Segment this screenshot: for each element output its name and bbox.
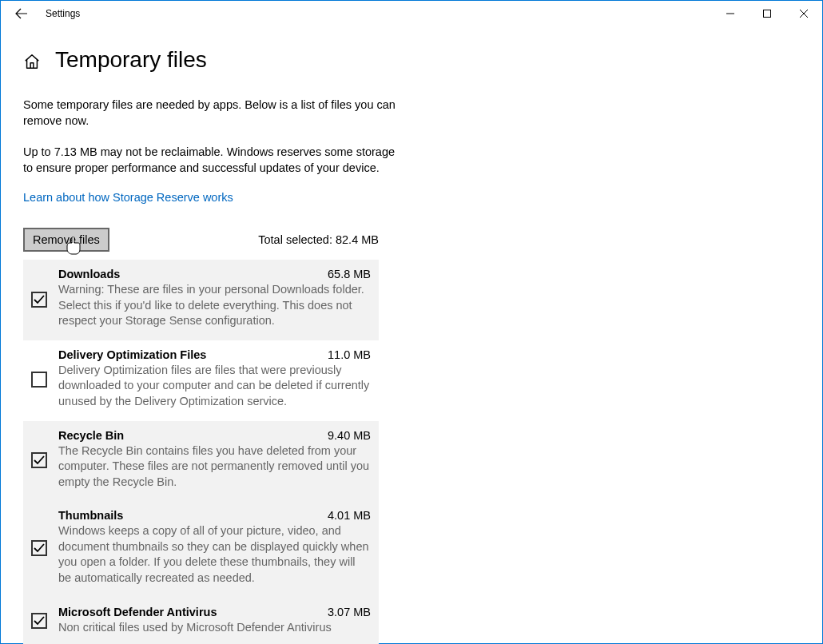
- minimize-icon: [726, 10, 734, 18]
- intro-section: Some temporary files are needed by apps.…: [23, 97, 399, 228]
- action-row: Remove files Total selected: 82.4 MB: [23, 228, 379, 252]
- close-button[interactable]: [785, 1, 822, 26]
- page-title: Temporary files: [55, 47, 207, 73]
- temp-files-list: Downloads65.8 MBWarning: These are files…: [23, 260, 379, 644]
- item-body: Thumbnails4.01 MBWindows keeps a copy of…: [58, 509, 371, 586]
- maximize-button[interactable]: [749, 1, 785, 26]
- checkbox[interactable]: [31, 613, 47, 629]
- home-icon[interactable]: [23, 53, 41, 70]
- item-size: 11.0 MB: [328, 348, 371, 361]
- item-body: Downloads65.8 MBWarning: These are files…: [58, 268, 371, 329]
- item-name: Downloads: [58, 268, 120, 280]
- item-size: 9.40 MB: [328, 429, 371, 442]
- titlebar: Settings: [1, 1, 822, 26]
- settings-window: Settings Temporary files Some temporary …: [0, 0, 823, 644]
- item-size: 65.8 MB: [328, 268, 371, 280]
- maximize-icon: [763, 10, 771, 18]
- intro-text-1: Some temporary files are needed by apps.…: [23, 97, 399, 129]
- item-name: Recycle Bin: [58, 429, 124, 442]
- item-name: Thumbnails: [58, 509, 123, 522]
- item-name: Microsoft Defender Antivirus: [58, 606, 217, 618]
- total-selected: Total selected: 82.4 MB: [258, 233, 379, 246]
- check-icon: [34, 455, 45, 465]
- page-header: Temporary files: [23, 47, 822, 73]
- list-item[interactable]: Thumbnails4.01 MBWindows keeps a copy of…: [23, 501, 379, 597]
- back-arrow-icon: [15, 7, 28, 20]
- list-item[interactable]: Microsoft Defender Antivirus3.07 MBNon c…: [23, 598, 379, 645]
- intro-text-2: Up to 7.13 MB may not be reclaimable. Wi…: [23, 144, 399, 177]
- page-content: Temporary files Some temporary files are…: [1, 26, 822, 644]
- app-title: Settings: [46, 8, 80, 19]
- checkbox[interactable]: [31, 372, 47, 388]
- close-icon: [800, 10, 808, 18]
- item-size: 4.01 MB: [328, 509, 371, 522]
- remove-files-button[interactable]: Remove files: [23, 228, 109, 252]
- minimize-button[interactable]: [712, 1, 749, 26]
- item-body: Microsoft Defender Antivirus3.07 MBNon c…: [58, 606, 371, 636]
- item-body: Recycle Bin9.40 MBThe Recycle Bin contai…: [58, 429, 371, 491]
- check-icon: [34, 295, 45, 304]
- svg-rect-1: [764, 10, 771, 18]
- item-head: Recycle Bin9.40 MB: [58, 429, 371, 442]
- item-size: 3.07 MB: [328, 606, 371, 618]
- item-head: Microsoft Defender Antivirus3.07 MB: [58, 606, 371, 618]
- item-body: Delivery Optimization Files11.0 MBDelive…: [58, 348, 371, 410]
- window-controls: [712, 1, 822, 26]
- item-head: Downloads65.8 MB: [58, 268, 371, 280]
- item-head: Delivery Optimization Files11.0 MB: [58, 348, 371, 361]
- item-name: Delivery Optimization Files: [58, 348, 206, 361]
- checkbox[interactable]: [31, 292, 47, 308]
- item-desc: Warning: These are files in your persona…: [58, 282, 371, 329]
- item-desc: Delivery Optimization files are files th…: [58, 363, 371, 410]
- list-item[interactable]: Recycle Bin9.40 MBThe Recycle Bin contai…: [23, 421, 379, 502]
- item-head: Thumbnails4.01 MB: [58, 509, 371, 522]
- list-item[interactable]: Downloads65.8 MBWarning: These are files…: [23, 260, 379, 340]
- check-icon: [34, 543, 45, 553]
- item-desc: Non critical files used by Microsoft Def…: [58, 620, 371, 636]
- item-desc: The Recycle Bin contains files you have …: [58, 443, 371, 491]
- storage-reserve-link[interactable]: Learn about how Storage Reserve works: [23, 191, 233, 204]
- checkbox[interactable]: [31, 540, 47, 556]
- list-item[interactable]: Delivery Optimization Files11.0 MBDelive…: [23, 340, 379, 421]
- check-icon: [34, 616, 45, 626]
- item-desc: Windows keeps a copy of all of your pict…: [58, 523, 371, 586]
- back-button[interactable]: [6, 1, 38, 26]
- checkbox[interactable]: [31, 452, 47, 468]
